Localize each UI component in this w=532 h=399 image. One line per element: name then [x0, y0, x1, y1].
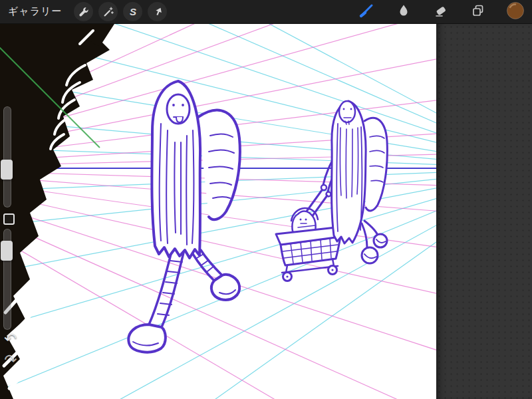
redo-button[interactable]: ↷	[2, 351, 19, 368]
undo-button[interactable]: ↶	[2, 330, 19, 347]
wrench-icon	[78, 6, 90, 18]
outside-canvas-area	[436, 24, 532, 399]
selection-s-icon: S	[130, 6, 136, 17]
brush-button[interactable]	[358, 3, 375, 21]
gallery-button[interactable]: ギャラリー	[8, 5, 62, 18]
adjustments-button[interactable]	[98, 2, 118, 21]
drawing-canvas[interactable]	[0, 24, 436, 399]
opacity-handle[interactable]	[1, 241, 13, 261]
modify-button[interactable]	[3, 213, 15, 225]
shopping-cart	[276, 227, 340, 281]
layers-button[interactable]	[469, 3, 487, 21]
toolbar-left-group: ギャラリー S	[8, 2, 167, 21]
toolbar: ギャラリー S	[0, 0, 532, 24]
color-swatch	[506, 1, 525, 23]
magic-wand-icon	[102, 6, 114, 18]
eraser-button[interactable]	[432, 3, 450, 21]
smudge-button[interactable]	[395, 3, 412, 21]
brush-icon	[358, 3, 374, 21]
transform-arrow-icon	[152, 6, 164, 18]
brush-size-handle[interactable]	[1, 160, 13, 180]
transform-button[interactable]	[148, 2, 167, 21]
sidebar: ↶ ↷	[0, 0, 20, 399]
color-swatch-button[interactable]	[507, 3, 524, 21]
actions-button[interactable]	[74, 2, 93, 21]
brush-size-slider[interactable]	[3, 106, 11, 207]
purple-character-walking	[128, 81, 240, 352]
eraser-icon	[434, 3, 448, 21]
layers-icon	[471, 3, 485, 21]
toolbar-right-group	[358, 3, 524, 21]
smudge-finger-icon	[396, 3, 411, 21]
selection-button[interactable]: S	[123, 2, 142, 21]
